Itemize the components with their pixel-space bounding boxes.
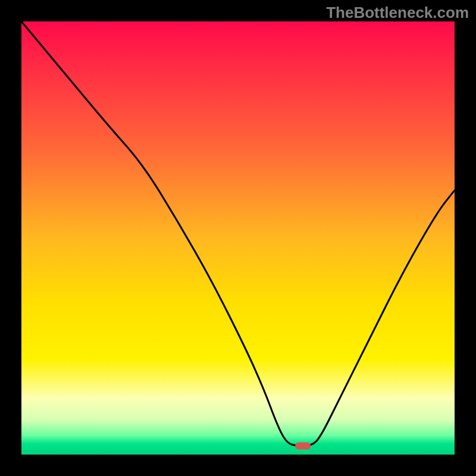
watermark-text: TheBottleneck.com [326, 4, 469, 22]
optimal-point-marker [295, 442, 311, 449]
plot-area [21, 21, 455, 455]
bottleneck-chart: TheBottleneck.com [0, 0, 476, 476]
gradient-background [21, 21, 455, 455]
chart-svg [0, 0, 476, 476]
